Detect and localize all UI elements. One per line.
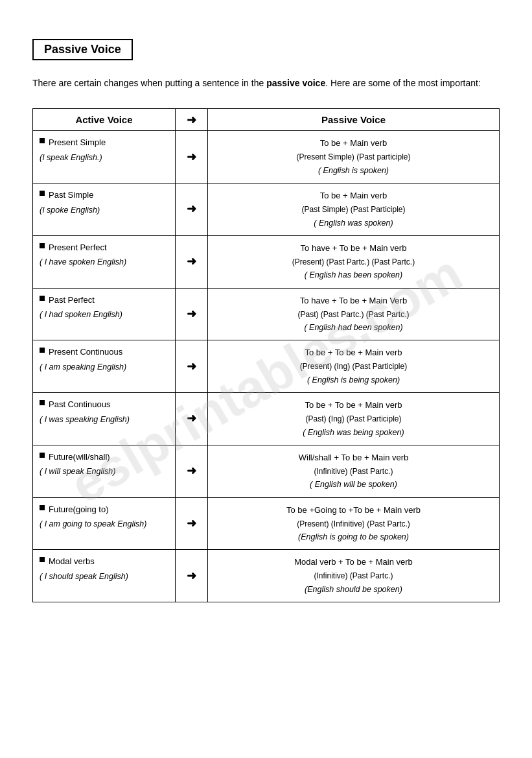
arrow-icon: ➜: [187, 464, 196, 477]
formula-line1: To be + To be + Main verb: [214, 398, 492, 412]
formula-line2: (Past Simple) (Past Participle): [214, 203, 492, 216]
passive-cell: To be + To be + Main verb (Present) (Ing…: [208, 340, 500, 393]
tense-example: (I spoke English): [40, 204, 168, 217]
tense-example: ( I am speaking English): [40, 361, 168, 373]
arrow-icon: ➜: [187, 202, 196, 215]
formula-line2: (Present) (Past Partc.) (Past Partc.): [214, 255, 492, 268]
formula-line2: (Past) (Past Partc.) (Past Partc.): [214, 308, 492, 321]
arrow-icon: ➜: [187, 150, 196, 163]
arrow-cell: ➜: [176, 184, 208, 236]
arrow-cell: ➜: [176, 288, 208, 340]
formula-line1: Modal verb + To be + Main verb: [214, 555, 492, 569]
formula-line3: (English should be spoken): [214, 583, 492, 597]
passive-formula: To be + To be + Main verb (Past) (Ing) (…: [214, 398, 492, 440]
tense-label: Present Simple: [40, 136, 168, 149]
arrow-icon: ➜: [187, 360, 196, 373]
table-row: Present Simple (I speak English.) ➜ To b…: [33, 131, 500, 184]
passive-formula: To be +Going to +To be + Main verb (Pres…: [214, 503, 492, 545]
bullet-icon: [40, 453, 45, 458]
table-row: Past Perfect ( I had spoken English) ➜ T…: [33, 288, 500, 340]
tense-label: Past Perfect: [40, 294, 168, 307]
tense-label: Present Continuous: [40, 346, 168, 359]
tense-name: Future(will/shall): [49, 451, 110, 464]
tense-name: Present Continuous: [49, 346, 122, 359]
intro-text-after: . Here are some of the most important:: [325, 78, 481, 88]
arrow-cell: ➜: [176, 393, 208, 445]
intro-text-before: There are certain changes when putting a…: [32, 78, 266, 88]
passive-formula: To be + Main verb (Present Simple) (Past…: [214, 136, 492, 178]
passive-formula: Will/shall + To be + Main verb (Infiniti…: [214, 451, 492, 492]
formula-line3: ( English is being spoken): [214, 373, 492, 387]
passive-cell: To be + To be + Main verb (Past) (Ing) (…: [208, 393, 500, 445]
bullet-icon: [40, 400, 45, 405]
formula-line3: ( English was being spoken): [214, 426, 492, 440]
tense-example: ( I was speaking English): [40, 414, 168, 426]
formula-line2: (Infinitive) (Past Partc.): [214, 465, 492, 478]
tense-name: Modal verbs: [49, 555, 95, 568]
tense-example: ( I should speak English): [40, 571, 168, 583]
passive-cell: To have + To be + Main Verb (Past) (Past…: [208, 288, 500, 340]
formula-line2: (Infinitive) (Past Partc.): [214, 569, 492, 582]
active-cell: Future(will/shall) ( I will speak Englis…: [33, 445, 176, 497]
tense-label: Modal verbs: [40, 555, 168, 568]
table-row: Future(going to) ( I am going to speak E…: [33, 497, 500, 550]
table-row: Past Simple (I spoke English) ➜ To be + …: [33, 184, 500, 236]
tense-name: Present Perfect: [49, 241, 107, 254]
arrow-icon: ➜: [187, 412, 196, 425]
table-row: Future(will/shall) ( I will speak Englis…: [33, 445, 500, 497]
passive-formula: To have + To be + Main Verb (Past) (Past…: [214, 294, 492, 335]
tense-label: Future(going to): [40, 503, 168, 516]
arrow-cell: ➜: [176, 340, 208, 393]
formula-line2: (Present) (Infinitive) (Past Partc.): [214, 517, 492, 530]
arrow-icon: ➜: [187, 517, 196, 530]
formula-line1: To be + Main verb: [214, 136, 492, 150]
formula-line3: (English is going to be spoken): [214, 530, 492, 544]
title-box: Passive Voice: [32, 39, 133, 60]
active-cell: Past Continuous ( I was speaking English…: [33, 393, 176, 445]
tense-name: Future(going to): [49, 503, 109, 516]
arrow-cell: ➜: [176, 235, 208, 288]
passive-formula: Modal verb + To be + Main verb (Infiniti…: [214, 555, 492, 597]
tense-example: ( I have spoken English): [40, 256, 168, 268]
active-cell: Past Simple (I spoke English): [33, 184, 176, 236]
formula-line3: ( English has been spoken): [214, 268, 492, 282]
formula-line3: ( English had been spoken): [214, 321, 492, 335]
formula-line2: (Past) (Ing) (Past Participle): [214, 412, 492, 425]
passive-cell: To be + Main verb (Present Simple) (Past…: [208, 131, 500, 184]
formula-line1: To have + To be + Main Verb: [214, 294, 492, 308]
tense-label: Present Perfect: [40, 241, 168, 254]
tense-example: ( I will speak English): [40, 466, 168, 478]
bullet-icon: [40, 348, 45, 353]
tense-label: Future(will/shall): [40, 451, 168, 464]
formula-line3: ( English is spoken): [214, 164, 492, 178]
page-title: Passive Voice: [44, 43, 121, 56]
active-cell: Present Perfect ( I have spoken English): [33, 235, 176, 288]
formula-line2: (Present Simple) (Past participle): [214, 150, 492, 163]
active-cell: Present Continuous ( I am speaking Engli…: [33, 340, 176, 393]
passive-cell: To be +Going to +To be + Main verb (Pres…: [208, 497, 500, 550]
tense-example: ( I am going to speak English): [40, 518, 168, 530]
arrow-cell: ➜: [176, 445, 208, 497]
passive-voice-table: Active Voice ➜ Passive Voice Present Sim…: [32, 108, 500, 602]
formula-line1: To be + To be + Main verb: [214, 346, 492, 360]
tense-example: (I speak English.): [40, 152, 168, 164]
tense-name: Past Simple: [49, 189, 93, 202]
col-arrow-header: ➜: [176, 109, 208, 131]
table-row: Past Continuous ( I was speaking English…: [33, 393, 500, 445]
table-row: Present Continuous ( I am speaking Engli…: [33, 340, 500, 393]
intro-paragraph: There are certain changes when putting a…: [32, 76, 500, 90]
active-cell: Future(going to) ( I am going to speak E…: [33, 497, 176, 550]
formula-line1: To be + Main verb: [214, 189, 492, 203]
active-cell: Past Perfect ( I had spoken English): [33, 288, 176, 340]
arrow-cell: ➜: [176, 550, 208, 602]
bullet-icon: [40, 191, 45, 196]
tense-name: Past Continuous: [49, 398, 110, 411]
passive-cell: Modal verb + To be + Main verb (Infiniti…: [208, 550, 500, 602]
bullet-icon: [40, 296, 45, 301]
formula-line3: ( English was spoken): [214, 217, 492, 230]
passive-formula: To be + Main verb (Past Simple) (Past Pa…: [214, 189, 492, 230]
formula-line2: (Present) (Ing) (Past Participle): [214, 360, 492, 373]
tense-example: ( I had spoken English): [40, 309, 168, 321]
passive-formula: To be + To be + Main verb (Present) (Ing…: [214, 346, 492, 387]
formula-line1: To be +Going to +To be + Main verb: [214, 503, 492, 517]
